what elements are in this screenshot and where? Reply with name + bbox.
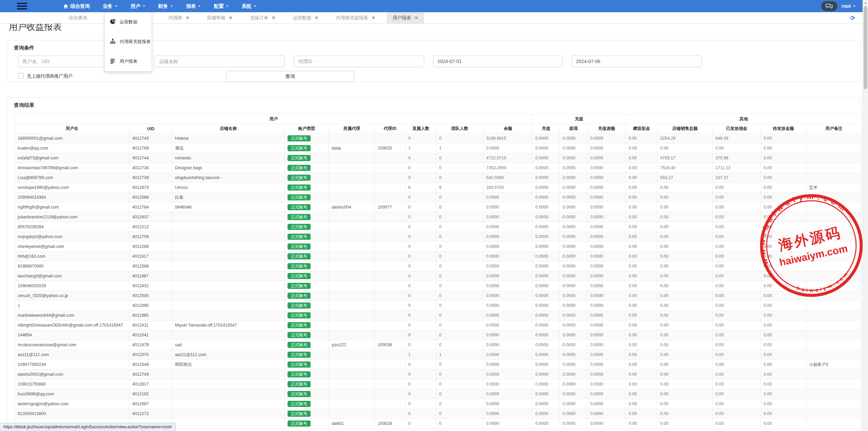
chat-button[interactable] bbox=[821, 1, 837, 11]
tab-close-icon[interactable]: ✕ bbox=[186, 15, 190, 20]
team-count-cell[interactable]: 0 bbox=[436, 320, 484, 330]
dropdown-item-2[interactable]: 用户报表 bbox=[105, 52, 152, 71]
team-count-cell[interactable]: 0 bbox=[436, 409, 484, 419]
direct-count-cell[interactable]: 0 bbox=[406, 389, 436, 399]
direct-count-cell[interactable]: 0 bbox=[406, 379, 436, 389]
nav-item-2[interactable]: 用户▼ bbox=[131, 3, 145, 9]
direct-count-cell[interactable]: 0 bbox=[406, 340, 436, 350]
team-count-cell[interactable]: 0 bbox=[436, 222, 484, 232]
team-count-cell[interactable]: 0 bbox=[436, 281, 484, 291]
refresh-icon[interactable]: ⟳ bbox=[850, 15, 855, 22]
team-count-cell[interactable]: 0 bbox=[436, 340, 484, 350]
direct-count-cell[interactable]: 0 bbox=[406, 399, 436, 409]
direct-count-cell[interactable]: 0 bbox=[406, 370, 436, 379]
direct-count-cell[interactable]: 0 bbox=[406, 301, 436, 311]
team-count-cell[interactable]: 1 bbox=[436, 350, 484, 360]
nav-item-6[interactable]: 系统▼ bbox=[242, 3, 257, 9]
team-count-cell[interactable]: 0 bbox=[436, 271, 484, 281]
tab-close-icon[interactable]: ✕ bbox=[372, 15, 375, 20]
team-count-cell[interactable]: 0 bbox=[436, 360, 484, 370]
team-count-cell[interactable]: 0 bbox=[436, 389, 484, 399]
dropdown-item-0[interactable]: 运营数据 bbox=[105, 12, 152, 32]
direct-count-cell[interactable]: 0 bbox=[406, 173, 436, 183]
team-count-cell[interactable]: 0 bbox=[436, 291, 484, 301]
direct-count-cell[interactable]: 0 bbox=[406, 261, 436, 271]
tab-6[interactable]: 代理商充提报表✕ bbox=[330, 12, 381, 23]
direct-count-cell[interactable]: 0 bbox=[406, 252, 436, 261]
nav-item-4[interactable]: 报表▼ bbox=[186, 3, 201, 9]
balance-cell: 0.0000 bbox=[484, 389, 533, 399]
nav-item-5[interactable]: 配置▼ bbox=[214, 3, 229, 9]
account-type-badge: 正式账号 bbox=[288, 194, 311, 200]
direct-count-cell[interactable]: 6 bbox=[406, 183, 436, 193]
query-button[interactable]: 查询 bbox=[226, 71, 354, 82]
date-end-input[interactable] bbox=[572, 56, 702, 67]
tab-4[interactable]: 充值订单✕ bbox=[244, 12, 281, 23]
direct-count-cell[interactable]: 0 bbox=[406, 281, 436, 291]
tab-3[interactable]: 店铺审核✕ bbox=[201, 12, 238, 23]
tab-close-icon[interactable]: ✕ bbox=[315, 15, 318, 20]
team-count-cell[interactable]: 0 bbox=[436, 153, 484, 163]
team-count-cell[interactable]: 0 bbox=[436, 134, 484, 143]
nav-item-0[interactable]: 综合查询 bbox=[63, 3, 90, 9]
tab-close-icon[interactable]: ✕ bbox=[272, 15, 275, 20]
direct-count-cell[interactable]: 0 bbox=[406, 163, 436, 173]
no-agent-checkbox[interactable] bbox=[18, 73, 24, 79]
tab-close-icon[interactable]: ✕ bbox=[415, 15, 418, 20]
shop-name-input[interactable] bbox=[155, 56, 284, 67]
direct-count-cell[interactable]: 0 bbox=[406, 311, 436, 320]
team-count-cell[interactable]: 0 bbox=[436, 399, 484, 409]
direct-count-cell[interactable]: 0 bbox=[406, 202, 436, 212]
team-count-cell[interactable]: 0 bbox=[436, 193, 484, 202]
team-count-cell[interactable]: 1 bbox=[436, 143, 484, 153]
direct-count-cell[interactable]: 0 bbox=[406, 291, 436, 301]
team-count-cell[interactable]: 6 bbox=[436, 183, 484, 193]
scrollbar-thumb[interactable] bbox=[864, 6, 867, 89]
direct-count-cell[interactable]: 0 bbox=[406, 409, 436, 419]
direct-count-cell[interactable]: 0 bbox=[406, 193, 436, 202]
dropdown-item-1[interactable]: 代理商充提报表 bbox=[105, 32, 152, 52]
team-count-cell[interactable]: 0 bbox=[436, 163, 484, 173]
tab-2[interactable]: 代理商✕ bbox=[162, 12, 195, 23]
team-count-cell[interactable]: 0 bbox=[436, 173, 484, 183]
scrollbar[interactable]: ▲ bbox=[863, 0, 868, 431]
direct-count-cell[interactable]: 0 bbox=[406, 360, 436, 370]
direct-count-cell[interactable]: 0 bbox=[406, 419, 436, 429]
direct-count-cell[interactable]: 0 bbox=[406, 212, 436, 222]
uid-cell: 4012764 bbox=[130, 202, 172, 212]
team-count-cell[interactable]: 0 bbox=[436, 419, 484, 429]
direct-count-cell[interactable]: 0 bbox=[406, 271, 436, 281]
tab-5[interactable]: 运营数据✕ bbox=[287, 12, 324, 23]
hamburger-menu-icon[interactable] bbox=[17, 3, 27, 9]
date-start-input[interactable] bbox=[433, 56, 563, 67]
team-count-cell[interactable]: 0 bbox=[436, 370, 484, 379]
scroll-up-icon[interactable]: ▲ bbox=[863, 1, 868, 4]
direct-count-cell[interactable]: 0 bbox=[406, 242, 436, 252]
direct-count-cell[interactable]: 1 bbox=[406, 350, 436, 360]
direct-count-cell[interactable]: 0 bbox=[406, 153, 436, 163]
team-count-cell[interactable]: 0 bbox=[436, 311, 484, 320]
tab-0[interactable]: 综合查询 bbox=[63, 12, 93, 23]
team-count-cell[interactable]: 0 bbox=[436, 242, 484, 252]
nav-item-3[interactable]: 财务▼ bbox=[158, 3, 173, 9]
team-count-cell[interactable]: 0 bbox=[436, 232, 484, 242]
remark-cell bbox=[806, 379, 862, 389]
agent-id-input[interactable] bbox=[294, 56, 424, 67]
team-count-cell[interactable]: 0 bbox=[436, 212, 484, 222]
direct-count-cell[interactable]: 0 bbox=[406, 222, 436, 232]
tab-close-icon[interactable]: ✕ bbox=[229, 15, 232, 20]
team-count-cell[interactable]: 0 bbox=[436, 379, 484, 389]
direct-count-cell[interactable]: 0 bbox=[406, 134, 436, 143]
team-count-cell[interactable]: 0 bbox=[436, 202, 484, 212]
team-count-cell[interactable]: 0 bbox=[436, 330, 484, 340]
team-count-cell[interactable]: 0 bbox=[436, 261, 484, 271]
nav-item-1[interactable]: 业务▼ bbox=[103, 3, 118, 9]
direct-count-cell[interactable]: 0 bbox=[406, 330, 436, 340]
direct-count-cell[interactable]: 0 bbox=[406, 232, 436, 242]
direct-count-cell[interactable]: 1 bbox=[406, 143, 436, 153]
direct-count-cell[interactable]: 0 bbox=[406, 320, 436, 330]
team-count-cell[interactable]: 0 bbox=[436, 301, 484, 311]
team-count-cell[interactable]: 0 bbox=[436, 252, 484, 261]
tab-7[interactable]: 用户报表✕ bbox=[387, 12, 425, 23]
user-menu[interactable]: root ▼ bbox=[842, 3, 856, 9]
